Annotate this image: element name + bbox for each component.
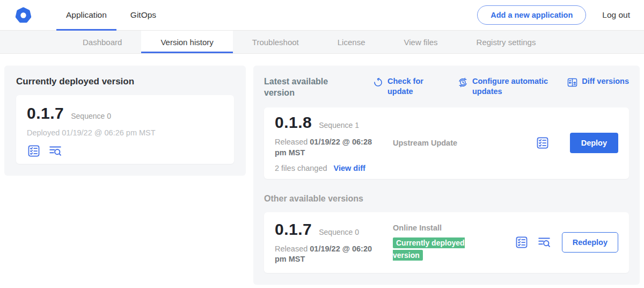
other-version-card: 0.1.7 Sequence 0 Released 01/19/22 @ 06:… bbox=[264, 212, 629, 273]
tab-troubleshoot[interactable]: Troubleshoot bbox=[233, 31, 318, 53]
app-logo[interactable] bbox=[15, 0, 32, 30]
tab-version-history[interactable]: Version history bbox=[141, 31, 232, 53]
heptagon-logo-icon bbox=[15, 7, 32, 24]
top-nav: Application GitOps Add a new application… bbox=[0, 0, 644, 31]
deployed-timestamp: Deployed 01/19/22 @ 06:26 pm MST bbox=[27, 128, 223, 137]
preflight-checklist-icon[interactable] bbox=[515, 235, 529, 249]
topnav-spacer bbox=[168, 0, 477, 30]
view-logs-icon[interactable] bbox=[48, 144, 62, 158]
tab-dashboard[interactable]: Dashboard bbox=[63, 31, 141, 53]
files-changed-label: 2 files changed bbox=[275, 164, 327, 172]
other-versions-title: Other available versions bbox=[264, 194, 629, 204]
other-sequence-label: Sequence 0 bbox=[319, 228, 359, 236]
preflight-checklist-icon[interactable] bbox=[536, 136, 550, 150]
tab-registry-settings-label: Registry settings bbox=[477, 38, 536, 47]
tab-gitops[interactable]: GitOps bbox=[119, 0, 168, 30]
refresh-icon bbox=[372, 77, 384, 88]
tab-application[interactable]: Application bbox=[54, 0, 119, 30]
clock-refresh-icon bbox=[457, 77, 469, 88]
tab-license[interactable]: License bbox=[318, 31, 385, 53]
main-content: Currently deployed version 0.1.7 Sequenc… bbox=[0, 54, 644, 288]
tab-registry-settings[interactable]: Registry settings bbox=[457, 31, 555, 53]
deploy-button[interactable]: Deploy bbox=[570, 133, 618, 153]
add-application-button[interactable]: Add a new application bbox=[477, 5, 586, 25]
currently-deployed-panel: Currently deployed version 0.1.7 Sequenc… bbox=[4, 66, 246, 176]
logout-link[interactable]: Log out bbox=[602, 10, 630, 20]
latest-released-timestamp: Released 01/19/22 @ 06:28 pm MST bbox=[275, 137, 385, 158]
diff-versions-label: Diff versions bbox=[582, 76, 629, 87]
other-version-source: Online Install bbox=[393, 224, 515, 232]
other-released-timestamp: Released 01/19/22 @ 06:20 pm MST bbox=[275, 244, 385, 265]
app-sub-nav: Dashboard Version history Troubleshoot L… bbox=[0, 31, 644, 54]
tab-troubleshoot-label: Troubleshoot bbox=[252, 38, 299, 47]
tab-gitops-label: GitOps bbox=[130, 10, 156, 20]
other-version-number: 0.1.7 bbox=[275, 220, 312, 239]
configure-automatic-updates-button[interactable]: Configure automatic updates bbox=[457, 76, 558, 97]
redeploy-button[interactable]: Redeploy bbox=[562, 232, 618, 253]
diff-versions-button[interactable]: Diff versions bbox=[567, 76, 629, 88]
tab-license-label: License bbox=[338, 38, 365, 47]
view-logs-icon[interactable] bbox=[537, 235, 551, 249]
tab-dashboard-label: Dashboard bbox=[83, 38, 122, 47]
latest-version-number: 0.1.8 bbox=[275, 113, 312, 132]
tab-version-history-label: Version history bbox=[160, 38, 213, 47]
latest-version-source: Upstream Update bbox=[393, 139, 536, 147]
check-for-update-button[interactable]: Check for update bbox=[372, 76, 426, 97]
check-for-update-label: Check for update bbox=[387, 76, 426, 97]
tab-view-files-label: View files bbox=[404, 38, 437, 47]
view-diff-link[interactable]: View diff bbox=[334, 164, 365, 172]
latest-available-title: Latest available version bbox=[264, 76, 333, 99]
deployed-version-number: 0.1.7 bbox=[27, 104, 64, 123]
tab-application-label: Application bbox=[66, 10, 107, 20]
diff-icon bbox=[567, 77, 578, 88]
latest-version-card: 0.1.8 Sequence 1 Released 01/19/22 @ 06:… bbox=[264, 107, 629, 179]
latest-sequence-label: Sequence 1 bbox=[319, 121, 359, 129]
deployed-sequence-label: Sequence 0 bbox=[71, 112, 111, 120]
preflight-checklist-icon[interactable] bbox=[27, 144, 41, 158]
deployed-panel-title: Currently deployed version bbox=[16, 76, 234, 87]
deployed-version-card: 0.1.7 Sequence 0 Deployed 01/19/22 @ 06:… bbox=[16, 95, 234, 164]
tab-view-files[interactable]: View files bbox=[384, 31, 457, 53]
configure-automatic-updates-label: Configure automatic updates bbox=[472, 76, 558, 97]
available-versions-panel: Latest available version Check for updat… bbox=[253, 66, 640, 285]
currently-deployed-badge: Currently deployed version bbox=[393, 237, 465, 261]
